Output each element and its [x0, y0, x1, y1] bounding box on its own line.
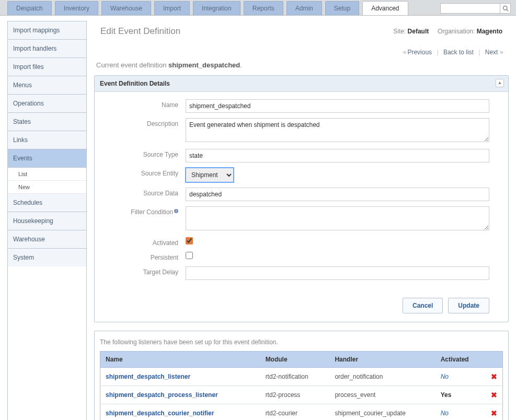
label-activated: Activated: [102, 237, 186, 247]
tab-admin[interactable]: Admin: [286, 1, 322, 15]
sidebar-item-links[interactable]: Links: [8, 131, 86, 149]
source-data-field[interactable]: [186, 188, 489, 201]
cancel-button[interactable]: Cancel: [403, 298, 443, 313]
panel-header: Event Definition Details ▲: [95, 76, 508, 92]
intro-name: shipment_despatched: [168, 61, 240, 69]
sidebar-item-import-mappings[interactable]: Import mappings: [8, 21, 86, 40]
info-icon[interactable]: i: [174, 209, 178, 213]
intro-text: Current event definition shipment_despat…: [94, 56, 509, 75]
sidebar-item-housekeeping[interactable]: Housekeeping: [8, 212, 86, 230]
panel-body: Name Description Event generated when sh…: [95, 92, 508, 295]
listener-module: rtd2-notification: [260, 368, 330, 386]
top-navbar: DespatchInventoryWarehouseImportIntegrat…: [0, 0, 516, 16]
label-source-type: Source Type: [102, 149, 186, 162]
label-filter-condition: Filter Conditioni: [102, 206, 186, 232]
label-persistent: Persistent: [102, 252, 186, 261]
svg-point-0: [503, 6, 507, 10]
sidebar-subitem-list[interactable]: List: [8, 168, 86, 181]
tab-advanced[interactable]: Advanced: [362, 1, 408, 15]
event-definition-panel: Event Definition Details ▲ Name Descript…: [94, 75, 509, 322]
listener-module: rtd2-courier: [260, 404, 330, 421]
tab-inventory[interactable]: Inventory: [55, 1, 98, 15]
col-module: Module: [260, 352, 330, 368]
intro-prefix: Current event definition: [96, 61, 168, 69]
back-to-list-link[interactable]: Back to list: [443, 49, 474, 56]
filter-condition-field[interactable]: [186, 206, 489, 230]
sidebar-item-system[interactable]: System: [8, 249, 86, 266]
tab-import[interactable]: Import: [154, 1, 190, 15]
tab-integration[interactable]: Integration: [193, 1, 240, 15]
previous-link[interactable]: Previous: [407, 49, 432, 56]
label-name: Name: [102, 99, 186, 113]
listeners-table: Name Module Handler Activated shipment_d…: [100, 351, 503, 420]
sidebar-item-warehouse[interactable]: Warehouse: [8, 230, 86, 249]
col-activated: Activated: [435, 352, 486, 368]
intro-suffix: .: [240, 61, 242, 69]
svg-line-1: [507, 9, 508, 11]
tab-despatch[interactable]: Despatch: [7, 1, 52, 15]
name-field[interactable]: [186, 99, 489, 113]
page-meta: Site: Default Organisation: Magento: [393, 28, 502, 35]
org-value: Magento: [477, 28, 502, 35]
listener-activated: Yes: [435, 386, 486, 404]
persistent-checkbox[interactable]: [186, 252, 193, 259]
sidebar-item-import-handlers[interactable]: Import handlers: [8, 40, 86, 58]
listener-activated: No: [435, 404, 486, 421]
sidebar-item-menus[interactable]: Menus: [8, 76, 86, 95]
panel-collapse-icon[interactable]: ▲: [496, 79, 504, 87]
sidebar: Import mappingsImport handlersImport fil…: [7, 21, 87, 420]
description-field[interactable]: Event generated when shipment is despatc…: [186, 118, 489, 142]
top-tabs: DespatchInventoryWarehouseImportIntegrat…: [7, 1, 440, 15]
listeners-panel: The following listeners have been set up…: [94, 331, 509, 420]
activated-checkbox[interactable]: [186, 237, 193, 244]
listener-handler: order_notification: [329, 368, 435, 386]
label-source-data: Source Data: [102, 188, 186, 201]
org-label: Organisation:: [438, 28, 475, 35]
sidebar-item-import-files[interactable]: Import files: [8, 58, 86, 76]
tab-setup[interactable]: Setup: [325, 1, 359, 15]
listener-name-link[interactable]: shipment_despatch_process_listener: [106, 391, 218, 399]
listener-name-link[interactable]: shipment_despatch_listener: [106, 373, 190, 380]
source-type-field[interactable]: [186, 149, 489, 162]
delete-icon[interactable]: ✖: [491, 372, 497, 381]
update-button[interactable]: Update: [448, 298, 489, 313]
source-entity-select[interactable]: Shipment: [186, 168, 234, 182]
listeners-intro: The following listeners have been set up…: [95, 331, 508, 351]
target-delay-field[interactable]: [186, 266, 489, 280]
sidebar-item-schedules[interactable]: Schedules: [8, 194, 86, 212]
table-row: shipment_despatch_courier_notifierrtd2-c…: [100, 404, 503, 421]
site-value: Default: [408, 28, 429, 35]
search-icon[interactable]: [500, 3, 511, 14]
record-nav: « Previous | Back to list | Next »: [94, 44, 509, 56]
label-source-entity: Source Entity: [102, 168, 186, 182]
sidebar-subitem-new[interactable]: New: [8, 181, 86, 194]
chevron-right-icon: »: [500, 49, 502, 56]
table-row: shipment_despatch_listenerrtd2-notificat…: [100, 368, 503, 386]
site-label: Site:: [393, 28, 406, 35]
delete-icon[interactable]: ✖: [491, 409, 497, 417]
label-target-delay: Target Delay: [102, 266, 186, 280]
delete-icon[interactable]: ✖: [491, 391, 497, 399]
label-description: Description: [102, 118, 186, 144]
listener-module: rtd2-process: [260, 386, 330, 404]
col-name: Name: [100, 352, 260, 368]
sidebar-item-states[interactable]: States: [8, 113, 86, 131]
main-content: Edit Event Definition Site: Default Orga…: [94, 21, 509, 420]
tab-warehouse[interactable]: Warehouse: [101, 1, 151, 15]
col-handler: Handler: [329, 352, 435, 368]
table-row: shipment_despatch_process_listenerrtd2-p…: [100, 386, 503, 404]
next-link[interactable]: Next: [485, 49, 498, 56]
page-header: Edit Event Definition Site: Default Orga…: [94, 21, 509, 44]
panel-title: Event Definition Details: [100, 80, 170, 87]
sidebar-item-events[interactable]: Events: [8, 149, 86, 168]
search-wrap: [440, 3, 511, 15]
sidebar-item-operations[interactable]: Operations: [8, 95, 86, 113]
tab-reports[interactable]: Reports: [244, 1, 283, 15]
page-title: Edit Event Definition: [100, 26, 180, 37]
form-buttons: Cancel Update: [95, 295, 508, 322]
search-input[interactable]: [440, 3, 500, 14]
listener-name-link[interactable]: shipment_despatch_courier_notifier: [106, 410, 214, 417]
listener-handler: process_event: [329, 386, 435, 404]
listener-handler: shipment_courier_update: [329, 404, 435, 421]
chevron-left-icon: «: [403, 49, 406, 56]
